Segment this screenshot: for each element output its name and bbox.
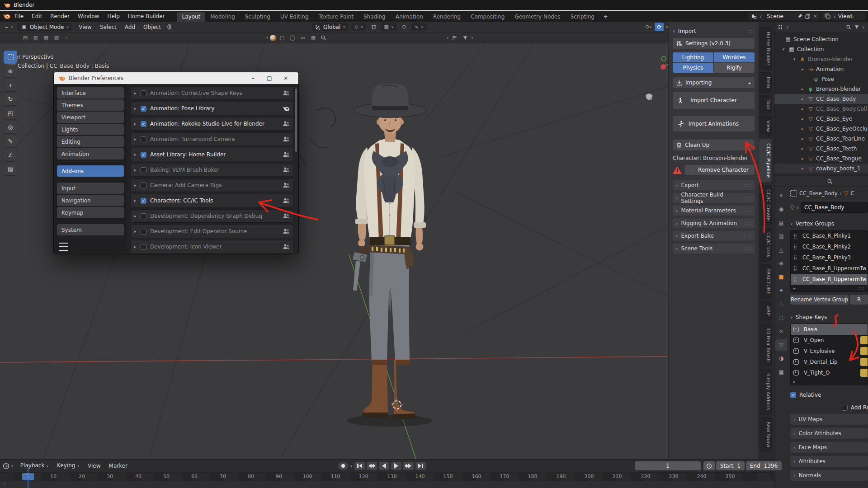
outliner-row[interactable]: ▦ Scene Collection — [774, 34, 868, 44]
preferences-tab[interactable]: Editing — [57, 136, 124, 147]
preferences-tab[interactable]: Input — [57, 183, 124, 194]
properties-tab[interactable]: ⊕ — [775, 258, 787, 269]
vertex-group-row[interactable]: ⣿ CC_Base_R_UpperarmTw — [791, 274, 868, 285]
preferences-tab[interactable]: Interface — [57, 87, 124, 99]
channel-expand-icon[interactable]: › — [4, 481, 5, 486]
shape-key-row[interactable]: V_Open — [791, 335, 868, 346]
relative-checkbox[interactable]: ✓ — [790, 392, 796, 398]
outliner-row[interactable]: ▸ ▽ cowboy_boots_1 — [774, 164, 868, 174]
addon-checkbox[interactable]: ✓ — [141, 152, 146, 158]
expand-arrow-icon[interactable]: ▸ — [793, 286, 796, 291]
expand-arrow-icon[interactable]: ▾ — [783, 47, 788, 52]
workspace-tab[interactable]: Shading — [359, 12, 391, 22]
current-frame-field[interactable]: 1 — [635, 461, 701, 470]
viewport-menu-item[interactable]: Object — [139, 22, 165, 33]
start-frame-field[interactable]: Start 1 — [716, 461, 745, 470]
pipeline-toggle[interactable]: Lighting — [673, 52, 713, 62]
ortho-grid-button[interactable] — [646, 138, 656, 149]
menu-item[interactable]: Help — [103, 11, 123, 22]
expand-arrow-icon[interactable]: ▸ — [134, 91, 141, 95]
outliner-row[interactable]: ▸ ▽ CC_Base_TearLine — [774, 134, 868, 144]
import-section-header[interactable]: ∨ Import :::: — [673, 28, 755, 34]
view-menu[interactable]: View — [84, 460, 104, 471]
rename-vertex-group-button[interactable]: Rename Vertex Group — [790, 295, 849, 305]
collapsed-section[interactable]: › Export :::: — [673, 180, 755, 190]
menu-item[interactable]: Edit — [28, 11, 46, 22]
expand-arrow-icon[interactable]: ▸ — [134, 214, 141, 218]
remove-character-button[interactable]: – Remove Character — [685, 165, 755, 175]
snap-target-selector[interactable]: ▦∨ — [381, 23, 396, 31]
menu-item[interactable]: Home Builder — [124, 11, 169, 22]
addon-row[interactable]: ▸ Animation: Turnaround Camera — [130, 132, 294, 146]
npanel-tab[interactable]: View — [759, 116, 772, 136]
expand-arrow-icon[interactable]: ▸ — [802, 136, 807, 141]
toggle-c[interactable]: ▧ — [52, 33, 61, 42]
shape-key-row[interactable]: V_Dental_Lip — [791, 357, 868, 367]
preferences-tab[interactable]: System — [57, 224, 124, 235]
expand-arrow-icon[interactable]: ▸ — [802, 117, 807, 121]
blender-menu-logo-icon[interactable] — [3, 13, 10, 19]
properties-tab[interactable]: ▤ — [775, 217, 787, 229]
camera-view-button[interactable] — [646, 123, 656, 134]
addon-checkbox[interactable] — [141, 90, 146, 96]
expand-arrow-icon[interactable]: ▸ — [134, 244, 141, 249]
visibility-toggle[interactable]: ⊙∨ — [644, 23, 653, 31]
next-keyframe-button[interactable] — [403, 462, 414, 470]
preferences-tab[interactable]: Lights — [57, 124, 124, 135]
add-workspace-button[interactable]: + — [599, 13, 612, 20]
addon-row[interactable]: ▸ Baking: VDM Brush Baker — [130, 163, 294, 177]
collapsed-section[interactable]: › Attributes — [790, 456, 868, 467]
toggle-a[interactable]: ▥ — [31, 33, 40, 42]
collapsed-section[interactable]: › Material Parameters :::: — [673, 206, 755, 216]
pivot-selector[interactable]: ◇∨ — [351, 23, 366, 31]
addon-row[interactable]: ▸ Development: Icon Viewer — [130, 240, 294, 253]
menu-item[interactable]: Window — [74, 11, 103, 22]
expand-arrow-icon[interactable]: ▸ — [134, 122, 141, 126]
maximize-button[interactable]: □ — [261, 75, 278, 81]
preferences-tab[interactable]: Navigation — [57, 195, 124, 206]
os-titlebar[interactable]: Blender — [0, 0, 868, 10]
npanel-tab[interactable]: 3D Hair Brush — [759, 323, 772, 366]
collapsed-section[interactable]: › Rigging & Animation :::: — [673, 218, 755, 228]
show-gizmo-toggle[interactable]: ⟳ — [655, 23, 664, 31]
outliner-row[interactable]: ▾ ⋔ Bronson-blender — [774, 54, 868, 64]
toggle-d[interactable]: ⁞ — [62, 33, 71, 42]
prev-keyframe-button[interactable] — [367, 462, 377, 470]
viewport-menu-item[interactable]: Add — [121, 22, 139, 33]
workspace-tab[interactable]: Texture Paint — [314, 12, 359, 22]
auto-keying-clock[interactable] — [703, 461, 715, 470]
menu-item[interactable]: Render — [46, 11, 74, 22]
add-rest-checkbox[interactable] — [842, 405, 848, 411]
timeline-editor-icon[interactable] — [3, 463, 9, 469]
pipeline-toggle[interactable]: Physics — [673, 63, 713, 73]
preferences-tab[interactable]: Animation — [57, 148, 124, 160]
pipeline-toggle[interactable]: Rigify — [714, 63, 755, 73]
collapsed-section[interactable]: › Scene Tools :::: — [673, 244, 755, 253]
viewport-menu-item[interactable]: View — [75, 22, 95, 33]
shape-keys-header[interactable]: ∨ Shape Keys — [790, 313, 868, 322]
expand-arrow-icon[interactable]: ▸ — [802, 127, 807, 131]
vertex-group-row[interactable]: ⣿ CC_Base_R_Pinky2 — [791, 241, 868, 252]
outliner-row[interactable]: ▸ ▽ CC_Base_Body — [774, 94, 868, 104]
scene-selector[interactable]: ∨ Scene × — [748, 12, 820, 20]
expand-arrow-icon[interactable]: ▸ — [134, 106, 141, 111]
drag-handle[interactable]: :::: — [858, 286, 865, 291]
editor-type-icon[interactable]: ⌁ — [3, 24, 10, 30]
drag-handle[interactable]: :::: — [744, 246, 751, 251]
expand-arrow-icon[interactable]: ▾ — [793, 57, 799, 61]
workspace-tab[interactable]: Modeling — [205, 12, 240, 22]
addon-row[interactable]: ▸ ✓ Animation: Pose Library — [130, 102, 294, 115]
tool-button[interactable] — [4, 51, 17, 64]
addon-row[interactable]: ▸ Development: Edit Operator Source — [130, 225, 294, 238]
tool-button[interactable]: ◰ — [4, 107, 17, 120]
playback-menu[interactable]: Playback ∨ — [16, 460, 53, 472]
settings-button[interactable]: Settings (v2.0.3) — [673, 38, 755, 49]
expand-arrow-icon[interactable]: ▸ — [802, 87, 807, 91]
gizmo-neg-y-axis[interactable] — [661, 56, 666, 61]
drag-handle[interactable]: :::: — [858, 380, 865, 384]
tool-button[interactable]: ∠ — [4, 149, 17, 162]
npanel-tab[interactable]: ARP — [759, 301, 772, 320]
expand-arrow-icon[interactable]: ▸ — [802, 107, 807, 111]
collapsed-section[interactable]: › Normals — [790, 470, 868, 481]
tool-button[interactable]: ◎ — [4, 121, 17, 134]
